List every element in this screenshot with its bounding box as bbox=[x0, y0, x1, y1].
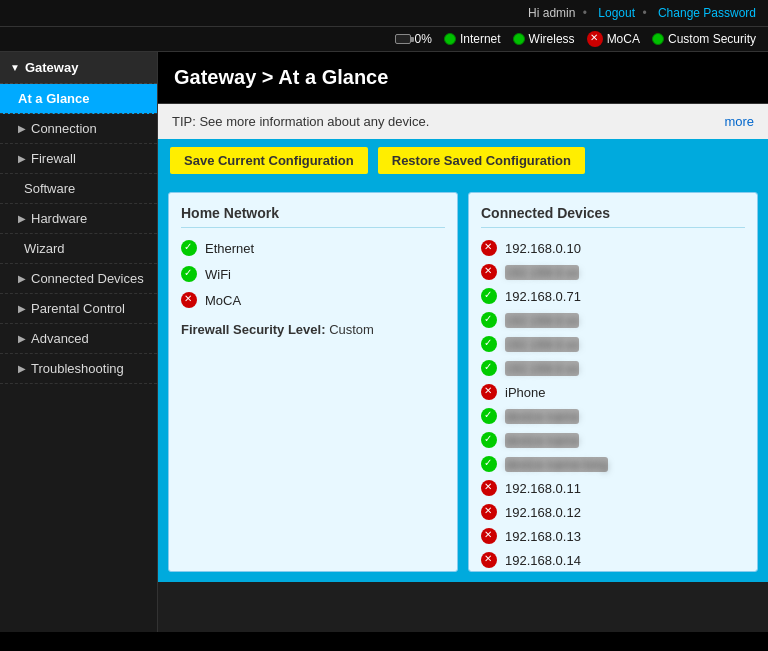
device-8-label: device-name bbox=[505, 433, 579, 448]
moca-status-icon bbox=[181, 292, 197, 308]
wireless-label: Wireless bbox=[529, 32, 575, 46]
sidebar-item-firewall[interactable]: ▶ Firewall bbox=[0, 144, 157, 174]
advanced-arrow-icon: ▶ bbox=[18, 333, 26, 344]
sep2: • bbox=[642, 6, 646, 20]
sidebar: ▼ Gateway At a Glance ▶ Connection ▶ Fir… bbox=[0, 52, 158, 632]
sidebar-group-gateway[interactable]: ▼ Gateway bbox=[0, 52, 157, 84]
moca-item: MoCA bbox=[181, 292, 445, 308]
statusbar: 0% Internet Wireless MoCA Custom Securit… bbox=[0, 27, 768, 52]
device-item-0: 192.168.0.10 bbox=[481, 240, 745, 256]
gateway-arrow-icon: ▼ bbox=[10, 62, 20, 73]
sidebar-item-at-a-glance[interactable]: At a Glance bbox=[0, 84, 157, 114]
home-network-title: Home Network bbox=[181, 205, 445, 228]
battery-status: 0% bbox=[395, 32, 432, 46]
moca-status: MoCA bbox=[587, 31, 640, 47]
device-item-1: 192.168.0.xx bbox=[481, 264, 745, 280]
connection-arrow-icon: ▶ bbox=[18, 123, 26, 134]
device-13-status-icon bbox=[481, 552, 497, 568]
device-item-5: 192.168.0.xx bbox=[481, 360, 745, 376]
device-13-label: 192.168.0.14 bbox=[505, 553, 581, 568]
battery-icon bbox=[395, 34, 411, 44]
device-8-status-icon bbox=[481, 432, 497, 448]
moca-icon bbox=[587, 31, 603, 47]
greeting: Hi admin bbox=[528, 6, 575, 20]
device-3-status-icon bbox=[481, 312, 497, 328]
internet-label: Internet bbox=[460, 32, 501, 46]
tip-text: TIP: See more information about any devi… bbox=[172, 114, 429, 129]
sidebar-label-connected-devices: Connected Devices bbox=[31, 271, 144, 286]
sidebar-item-troubleshooting[interactable]: ▶ Troubleshooting bbox=[0, 354, 157, 384]
device-9-label: device-name-long bbox=[505, 457, 608, 472]
device-7-status-icon bbox=[481, 408, 497, 424]
tip-more-link[interactable]: more bbox=[724, 114, 754, 129]
custom-security-label: Custom Security bbox=[668, 32, 756, 46]
device-10-status-icon bbox=[481, 480, 497, 496]
moca-item-label: MoCA bbox=[205, 293, 241, 308]
sidebar-label-at-a-glance: At a Glance bbox=[18, 91, 90, 106]
wifi-label: WiFi bbox=[205, 267, 231, 282]
device-6-status-icon bbox=[481, 384, 497, 400]
troubleshooting-arrow-icon: ▶ bbox=[18, 363, 26, 374]
home-network-panel: Home Network Ethernet WiFi MoCA Firewall… bbox=[168, 192, 458, 572]
main-content: Gateway > At a Glance TIP: See more info… bbox=[158, 52, 768, 632]
change-password-link[interactable]: Change Password bbox=[658, 6, 756, 20]
device-item-7: device-name bbox=[481, 408, 745, 424]
internet-status: Internet bbox=[444, 32, 501, 46]
custom-security-icon bbox=[652, 33, 664, 45]
device-1-status-icon bbox=[481, 264, 497, 280]
ethernet-status-icon bbox=[181, 240, 197, 256]
restore-config-button[interactable]: Restore Saved Configuration bbox=[378, 147, 585, 174]
action-bar: Save Current Configuration Restore Saved… bbox=[158, 139, 768, 182]
sidebar-item-wizard[interactable]: Wizard bbox=[0, 234, 157, 264]
firewall-value: Custom bbox=[329, 322, 374, 337]
sidebar-gateway-label: Gateway bbox=[25, 60, 78, 75]
sidebar-label-firewall: Firewall bbox=[31, 151, 76, 166]
device-item-10: 192.168.0.11 bbox=[481, 480, 745, 496]
sidebar-item-hardware[interactable]: ▶ Hardware bbox=[0, 204, 157, 234]
device-item-13: 192.168.0.14 bbox=[481, 552, 745, 568]
device-7-label: device-name bbox=[505, 409, 579, 424]
sidebar-label-wizard: Wizard bbox=[24, 241, 64, 256]
sidebar-item-connected-devices[interactable]: ▶ Connected Devices bbox=[0, 264, 157, 294]
sidebar-item-software[interactable]: Software bbox=[0, 174, 157, 204]
device-item-11: 192.168.0.12 bbox=[481, 504, 745, 520]
hardware-arrow-icon: ▶ bbox=[18, 213, 26, 224]
wifi-item: WiFi bbox=[181, 266, 445, 282]
ethernet-label: Ethernet bbox=[205, 241, 254, 256]
device-11-status-icon bbox=[481, 504, 497, 520]
wireless-icon bbox=[513, 33, 525, 45]
device-item-2: 192.168.0.71 bbox=[481, 288, 745, 304]
sidebar-item-advanced[interactable]: ▶ Advanced bbox=[0, 324, 157, 354]
firewall-label-text: Firewall Security Level: bbox=[181, 322, 326, 337]
device-item-12: 192.168.0.13 bbox=[481, 528, 745, 544]
device-0-label: 192.168.0.10 bbox=[505, 241, 581, 256]
save-config-button[interactable]: Save Current Configuration bbox=[170, 147, 368, 174]
device-1-label: 192.168.0.xx bbox=[505, 265, 579, 280]
tip-bar: TIP: See more information about any devi… bbox=[158, 104, 768, 139]
sidebar-label-troubleshooting: Troubleshooting bbox=[31, 361, 124, 376]
page-title: Gateway > At a Glance bbox=[174, 66, 752, 89]
sidebar-item-connection[interactable]: ▶ Connection bbox=[0, 114, 157, 144]
connected-devices-title: Connected Devices bbox=[481, 205, 745, 228]
device-item-3: 192.168.0.xx bbox=[481, 312, 745, 328]
connected-devices-panel: Connected Devices 192.168.0.10 192.168.0… bbox=[468, 192, 758, 572]
firewall-arrow-icon: ▶ bbox=[18, 153, 26, 164]
page-header: Gateway > At a Glance bbox=[158, 52, 768, 104]
device-4-label: 192.168.0.xx bbox=[505, 337, 579, 352]
device-item-4: 192.168.0.xx bbox=[481, 336, 745, 352]
layout: ▼ Gateway At a Glance ▶ Connection ▶ Fir… bbox=[0, 52, 768, 632]
device-item-6: iPhone bbox=[481, 384, 745, 400]
device-2-label: 192.168.0.71 bbox=[505, 289, 581, 304]
logout-link[interactable]: Logout bbox=[598, 6, 635, 20]
device-6-label: iPhone bbox=[505, 385, 545, 400]
sidebar-item-parental-control[interactable]: ▶ Parental Control bbox=[0, 294, 157, 324]
wireless-status: Wireless bbox=[513, 32, 575, 46]
ethernet-item: Ethernet bbox=[181, 240, 445, 256]
moca-label: MoCA bbox=[607, 32, 640, 46]
device-10-label: 192.168.0.11 bbox=[505, 481, 581, 496]
device-5-status-icon bbox=[481, 360, 497, 376]
custom-security-status: Custom Security bbox=[652, 32, 756, 46]
internet-icon bbox=[444, 33, 456, 45]
device-12-label: 192.168.0.13 bbox=[505, 529, 581, 544]
sidebar-label-hardware: Hardware bbox=[31, 211, 87, 226]
